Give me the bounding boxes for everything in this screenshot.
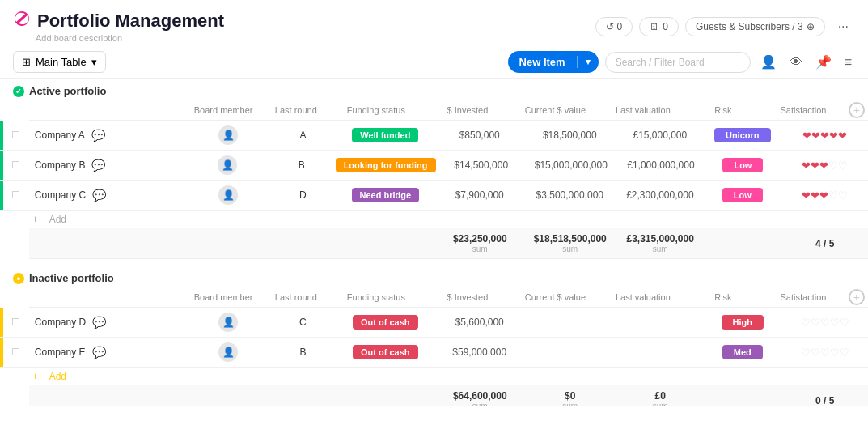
inbox-button[interactable]: 🗓 0: [639, 17, 679, 36]
chat-icon[interactable]: 💬: [91, 129, 105, 142]
avatar: 👤: [218, 155, 237, 175]
risk-cell[interactable]: Med: [703, 340, 781, 364]
pin-icon[interactable]: 📌: [812, 51, 835, 73]
board-member-cell[interactable]: 👤: [185, 181, 272, 210]
invested-cell[interactable]: $850,000: [436, 125, 523, 146]
row-checkbox[interactable]: ☐: [3, 159, 28, 171]
hearts-display: ❤❤❤❤❤: [802, 130, 847, 142]
active-add-row[interactable]: + + Add: [29, 210, 868, 228]
add-column-button[interactable]: +: [849, 102, 865, 118]
funding-status-cell[interactable]: Well funded: [334, 123, 436, 147]
col-risk-header: Risk: [685, 102, 761, 118]
table-row[interactable]: ☐ Company B 💬 👤 B Looking for funding $1…: [0, 151, 868, 181]
inactive-add-col-header[interactable]: +: [845, 289, 868, 305]
risk-cell[interactable]: Unicorn: [703, 123, 781, 147]
row-checkbox[interactable]: ☐: [3, 130, 28, 141]
row-checkbox[interactable]: ☐: [3, 347, 28, 358]
chat-icon[interactable]: 💬: [91, 159, 105, 172]
chevron-down-icon: ▾: [91, 56, 97, 68]
satisfaction-cell[interactable]: ❤❤❤❤❤: [781, 125, 868, 147]
funding-status-cell[interactable]: Looking for funding: [333, 153, 438, 177]
add-col-header[interactable]: +: [845, 102, 868, 118]
inactive-col-name-header: [29, 294, 181, 300]
guests-button[interactable]: Guests & Subscribers / 3 ⊕: [685, 17, 825, 36]
funding-status-cell[interactable]: Out of cash: [334, 310, 436, 334]
satisfaction-cell[interactable]: ♡♡♡♡♡: [781, 312, 868, 334]
table-row[interactable]: ☐ Company D 💬 👤 C Out of cash $5,600,000…: [0, 308, 868, 338]
valuation-cell[interactable]: [616, 317, 703, 327]
last-round-cell[interactable]: D: [272, 185, 335, 206]
search-input[interactable]: Search / Filter Board: [605, 52, 751, 73]
risk-cell[interactable]: Low: [703, 183, 781, 207]
current-value-cell[interactable]: [523, 317, 616, 327]
risk-cell[interactable]: High: [703, 310, 781, 334]
last-round-cell[interactable]: A: [272, 125, 335, 146]
last-round-cell[interactable]: C: [272, 312, 335, 333]
current-value-cell[interactable]: $15,000,000,000: [524, 155, 618, 176]
active-sum-satisfaction: 4 / 5: [781, 238, 868, 249]
board-description[interactable]: Add board description: [13, 33, 224, 43]
current-value-cell[interactable]: $18,500,000: [523, 125, 616, 146]
inactive-group-title: Inactive portfolio: [29, 272, 114, 284]
valuation-cell[interactable]: [616, 347, 703, 357]
invested-cell[interactable]: $14,500,000: [438, 155, 524, 176]
invested-cell[interactable]: $59,000,000: [436, 342, 523, 363]
valuation-cell[interactable]: £1,000,000,000: [618, 155, 704, 176]
risk-cell[interactable]: Low: [704, 153, 782, 177]
satisfaction-cell[interactable]: ❤❤❤♡♡: [781, 185, 868, 206]
company-name: Company B: [35, 159, 86, 171]
empty-hearts-display: ♡♡♡♡♡: [801, 317, 849, 329]
more-options-button[interactable]: ···: [832, 16, 855, 37]
company-name: Company E: [35, 347, 86, 358]
board-member-cell[interactable]: 👤: [185, 338, 272, 367]
valuation-cell[interactable]: £15,000,000: [616, 125, 703, 146]
inactive-add-row[interactable]: + + Add: [29, 368, 868, 385]
active-group-header: ✓ Active portfolio: [0, 79, 868, 100]
row-checkbox[interactable]: ☐: [3, 317, 28, 328]
inactive-add-column-button[interactable]: +: [849, 289, 865, 305]
new-item-label: New Item: [508, 56, 577, 68]
eye-icon[interactable]: 👁: [786, 52, 806, 73]
funding-status-cell[interactable]: Out of cash: [334, 340, 436, 364]
risk-badge: Unicorn: [714, 128, 771, 142]
chat-icon[interactable]: 💬: [92, 316, 106, 329]
chat-icon[interactable]: 💬: [92, 189, 106, 202]
avatar: 👤: [218, 313, 238, 332]
company-name-cell: Company D 💬: [28, 311, 185, 334]
funding-status-cell[interactable]: Need bridge: [334, 183, 436, 207]
filter-icon[interactable]: ≡: [841, 52, 855, 73]
invested-cell[interactable]: $7,900,000: [436, 185, 523, 206]
inactive-sum-satisfaction: 0 / 5: [781, 395, 868, 406]
active-sum-valuation: £3,315,000,000 sum: [617, 233, 704, 253]
risk-badge: High: [722, 315, 764, 330]
table-row[interactable]: ☐ Company A 💬 👤 A Well funded $850,000 $…: [0, 121, 868, 151]
board-member-cell[interactable]: 👤: [185, 121, 272, 150]
satisfaction-cell[interactable]: ♡♡♡♡♡: [781, 342, 868, 364]
table-row[interactable]: ☐ Company C 💬 👤 D Need bridge $7,900,000…: [0, 181, 868, 210]
inactive-col-funding-header: Funding status: [327, 289, 426, 305]
current-value-cell[interactable]: [523, 347, 616, 357]
col-board-header: Board member: [181, 102, 265, 118]
current-value-cell[interactable]: $3,500,000,000: [523, 185, 616, 206]
last-round-cell[interactable]: B: [270, 155, 332, 176]
board-member-cell[interactable]: 👤: [184, 151, 270, 180]
row-checkbox[interactable]: ☐: [3, 189, 28, 201]
chat-icon[interactable]: 💬: [92, 346, 106, 359]
satisfaction-cell[interactable]: ❤❤❤♡♡: [782, 155, 868, 176]
last-round-cell[interactable]: B: [272, 342, 335, 363]
new-item-button[interactable]: New Item ▾: [508, 51, 599, 73]
activity-button[interactable]: ↺ 0: [595, 17, 633, 36]
invested-cell[interactable]: $5,600,000: [436, 312, 523, 333]
main-table-button[interactable]: ⊞ Main Table ▾: [13, 51, 106, 73]
inactive-col-current-header: Current $ value: [510, 289, 601, 305]
empty-hearts-display: ♡♡: [828, 159, 848, 172]
board-member-cell[interactable]: 👤: [185, 308, 272, 337]
user-icon[interactable]: 👤: [757, 51, 780, 73]
table-row[interactable]: ☐ Company E 💬 👤 B Out of cash $59,000,00…: [0, 338, 868, 368]
funding-badge: Well funded: [352, 128, 418, 142]
valuation-cell[interactable]: £2,300,000,000: [616, 185, 703, 206]
activity-count: 0: [617, 21, 623, 32]
col-invested-header: $ Invested: [426, 102, 510, 118]
inactive-col-risk-header: Risk: [685, 289, 761, 305]
inbox-count: 0: [663, 21, 668, 32]
